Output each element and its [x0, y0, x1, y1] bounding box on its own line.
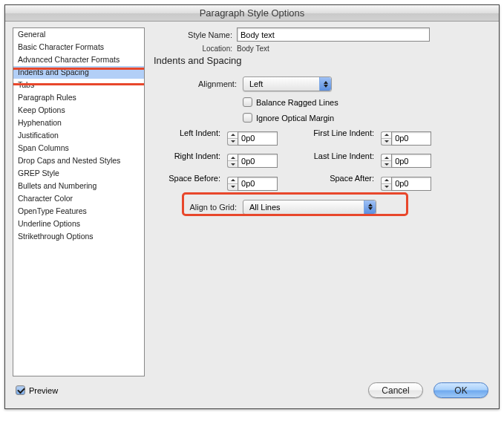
space-before-label: Space Before:	[154, 174, 225, 183]
preview-checkbox[interactable]	[16, 385, 25, 395]
window-title: Paragraph Style Options	[5, 5, 499, 22]
style-name-label: Style Name:	[154, 30, 237, 39]
sidebar-item-advanced-char[interactable]: Advanced Character Formats	[13, 53, 144, 66]
alignment-value: Left	[243, 79, 319, 88]
chevron-updown-icon	[364, 200, 376, 214]
category-sidebar: General Basic Character Formats Advanced…	[13, 27, 145, 376]
ignore-optical-checkbox[interactable]	[243, 113, 252, 123]
last-line-input[interactable]	[391, 154, 431, 168]
space-before-input[interactable]	[238, 177, 278, 191]
ignore-optical-label: Ignore Optical Margin	[256, 114, 334, 123]
sidebar-item-bullets-numbering[interactable]: Bullets and Numbering	[13, 180, 144, 192]
right-indent-input[interactable]	[238, 154, 278, 168]
sidebar-item-keep-options[interactable]: Keep Options	[13, 104, 144, 117]
space-after-label: Space After:	[295, 174, 379, 183]
left-indent-label: Left Indent:	[154, 128, 225, 137]
space-after-input[interactable]	[391, 177, 431, 191]
left-indent-stepper[interactable]	[227, 131, 238, 146]
chevron-updown-icon	[319, 77, 331, 91]
align-grid-label: Align to Grid:	[154, 203, 243, 212]
main-panel: Style Name: Location: Body Text Indents …	[154, 27, 491, 376]
style-name-input[interactable]	[237, 27, 430, 42]
sidebar-item-basic-char[interactable]: Basic Character Formats	[13, 41, 144, 53]
location-label: Location:	[154, 45, 237, 53]
sidebar-item-drop-caps[interactable]: Drop Caps and Nested Styles	[13, 154, 144, 167]
sidebar-item-paragraph-rules[interactable]: Paragraph Rules	[13, 91, 144, 104]
preview-label: Preview	[29, 386, 58, 395]
cancel-button[interactable]: Cancel	[368, 382, 423, 398]
balance-ragged-checkbox[interactable]	[243, 97, 252, 107]
last-line-label: Last Line Indent:	[295, 151, 379, 160]
ok-button[interactable]: OK	[433, 382, 488, 398]
last-line-stepper[interactable]	[381, 154, 391, 168]
alignment-label: Alignment:	[154, 79, 243, 88]
align-grid-select[interactable]: All Lines	[243, 200, 376, 215]
balance-ragged-label: Balance Ragged Lines	[256, 98, 338, 107]
sidebar-item-indents-spacing[interactable]: Indents and Spacing	[13, 66, 144, 79]
sidebar-item-general[interactable]: General	[13, 28, 144, 41]
sidebar-item-underline[interactable]: Underline Options	[13, 218, 144, 230]
dialog-footer: Preview Cancel OK	[5, 376, 499, 408]
sidebar-item-opentype[interactable]: OpenType Features	[13, 205, 144, 218]
dialog-content: General Basic Character Formats Advanced…	[5, 22, 499, 376]
alignment-select[interactable]: Left	[243, 76, 332, 91]
space-after-stepper[interactable]	[381, 177, 391, 191]
section-header: Indents and Spacing	[154, 55, 491, 66]
first-line-stepper[interactable]	[381, 131, 391, 146]
right-indent-stepper[interactable]	[227, 154, 238, 168]
first-line-input[interactable]	[391, 131, 431, 146]
right-indent-label: Right Indent:	[154, 151, 225, 160]
first-line-label: First Line Indent:	[295, 128, 379, 137]
dialog-window: Paragraph Style Options General Basic Ch…	[4, 4, 500, 409]
sidebar-item-tabs[interactable]: Tabs	[13, 79, 144, 91]
sidebar-item-justification[interactable]: Justification	[13, 129, 144, 142]
sidebar-item-span-columns[interactable]: Span Columns	[13, 142, 144, 154]
align-grid-value: All Lines	[243, 203, 364, 212]
left-indent-input[interactable]	[238, 131, 278, 146]
location-value: Body Text	[237, 45, 269, 53]
sidebar-item-character-color[interactable]: Character Color	[13, 192, 144, 205]
sidebar-item-hyphenation[interactable]: Hyphenation	[13, 117, 144, 129]
space-before-stepper[interactable]	[227, 177, 238, 191]
sidebar-item-strikethrough[interactable]: Strikethrough Options	[13, 230, 144, 243]
sidebar-item-grep-style[interactable]: GREP Style	[13, 167, 144, 180]
